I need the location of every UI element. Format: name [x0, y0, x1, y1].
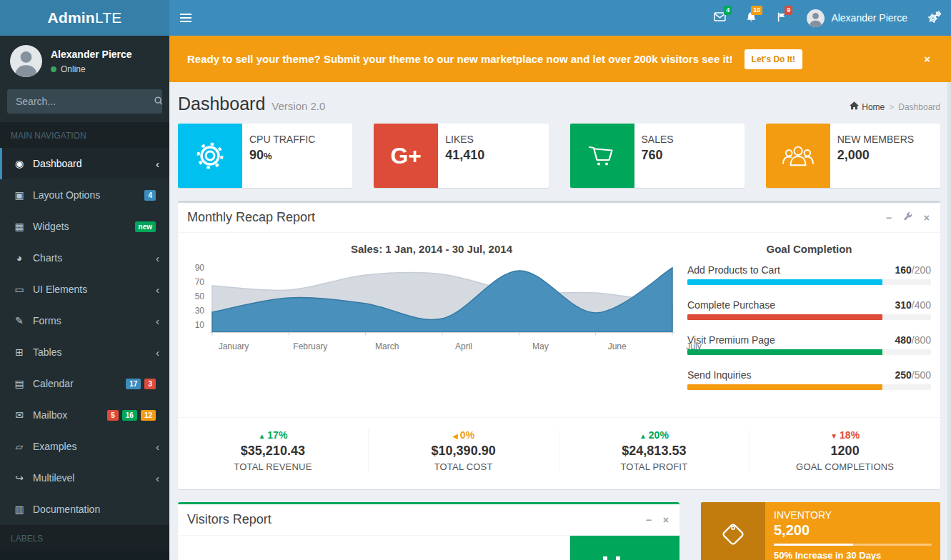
- progress-bar: [687, 384, 882, 390]
- menu-item-badge: 12: [141, 410, 156, 421]
- sidebar-item-mailbox[interactable]: ✉ Mailbox 51612: [0, 399, 169, 431]
- inventory-info-box: INVENTORY 5,200 50% Increase in 30 Days: [701, 502, 940, 560]
- settings-button[interactable]: [900, 211, 916, 224]
- control-sidebar-toggle[interactable]: [917, 0, 951, 36]
- stat-label: TOTAL REVENUE: [178, 461, 368, 472]
- inventory-value: 5,200: [774, 522, 932, 539]
- sidebar-item-layout-options[interactable]: ▣ Layout Options 4: [0, 179, 169, 211]
- progress-bar-track: [687, 314, 931, 320]
- menu-item-label: Multilevel: [33, 472, 74, 484]
- search-icon: [154, 96, 162, 108]
- banner-close-icon[interactable]: ×: [921, 53, 933, 65]
- sidebar-item-calendar[interactable]: ▤ Calendar 173: [0, 368, 169, 399]
- sales-area-chart: [210, 264, 674, 336]
- info-box-value: 2,000: [837, 148, 914, 163]
- notifications-menu[interactable]: 10: [736, 0, 767, 36]
- sidebar-menu: ◉ Dashboard ‹ ▣ Layout Options: [0, 148, 169, 525]
- progress-number: 250/500: [895, 369, 931, 381]
- y-axis-tick-label: 70: [187, 277, 204, 287]
- tasks-menu[interactable]: 9: [767, 0, 797, 36]
- x-axis-labels: JanuaryFebruaryMarchAprilMayJuneJuly: [210, 341, 674, 354]
- visitors-stats-pane: [570, 536, 679, 560]
- messages-badge: 4: [724, 6, 732, 15]
- user-avatar: [807, 9, 825, 27]
- x-axis-tick-label: July: [686, 341, 701, 351]
- close-icon: ×: [924, 212, 930, 224]
- progress-bar: [687, 349, 882, 355]
- visitors-report-box: Visitors Report − ×: [178, 502, 679, 560]
- progress-label: Add Products to Cart: [687, 264, 780, 276]
- info-box-value: 90%: [249, 148, 315, 163]
- close-button[interactable]: ×: [920, 211, 933, 224]
- sales-chart-svg-holder: [210, 264, 674, 338]
- user-menu[interactable]: Alexander Pierce: [797, 0, 917, 36]
- y-axis-tick-label: 50: [187, 291, 204, 301]
- x-axis-tick-label: April: [455, 341, 472, 351]
- chevron-left-icon: ‹: [156, 159, 159, 169]
- inventory-progress-track: [774, 544, 932, 546]
- info-box-label: SALES: [642, 134, 674, 145]
- menu-item-badge: new: [135, 221, 156, 232]
- brand-logo[interactable]: AdminLTE: [0, 0, 169, 36]
- sidebar-item-widgets[interactable]: ▦ Widgets new: [0, 211, 169, 242]
- sidebar-item-examples[interactable]: ▱ Examples ‹: [0, 431, 169, 462]
- charts-icon: ◕: [11, 252, 28, 264]
- sidebar-item-ui-elements[interactable]: ▭ UI Elements ‹: [0, 274, 169, 305]
- layout-options-icon: ▣: [11, 189, 28, 201]
- sales-chart-column: Sales: 1 Jan, 2014 - 30 Jul, 2014 103050…: [189, 240, 684, 417]
- scrollbar[interactable]: [947, 82, 951, 560]
- sales-chart: 1030507090 JanuaryFebruaryMarchAprilMayJ…: [189, 264, 674, 354]
- user-avatar: [10, 45, 42, 77]
- sidebar-toggle-button[interactable]: [169, 0, 202, 36]
- banner-text: Ready to sell your theme? Submit your th…: [187, 53, 733, 65]
- visitors-sparkbar: [603, 536, 646, 560]
- menu-item-badge: 3: [144, 379, 156, 389]
- x-axis-tick-label: March: [375, 341, 399, 351]
- sidebar-item-dashboard[interactable]: ◉ Dashboard ‹: [0, 148, 169, 179]
- box-tools: − ×: [642, 514, 672, 526]
- progress-group: Send Inquiries 250/500: [687, 369, 931, 390]
- marketplace-banner: Ready to sell your theme? Submit your th…: [169, 36, 951, 82]
- stat-block: ▼18% 1200 GOAL COMPLETIONS: [750, 429, 940, 472]
- adminlte-dashboard: AdminLTE 4 10: [0, 0, 951, 560]
- search-input[interactable]: [7, 89, 154, 114]
- progress-group: Complete Purchase 310/400: [687, 299, 931, 320]
- top-navbar: 4 10 9 Alex: [169, 0, 951, 36]
- stat-percentage: ◀0%: [369, 429, 559, 441]
- menu-item-label: Documentation: [33, 504, 100, 515]
- bottom-row: Visitors Report − × INVENTORY: [178, 502, 940, 560]
- sidebar-user-name: Alexander Pierce: [51, 49, 132, 60]
- close-button[interactable]: ×: [659, 514, 672, 526]
- collapse-button[interactable]: −: [882, 211, 895, 224]
- main-header: AdminLTE 4 10: [0, 0, 951, 36]
- progress-bar-track: [687, 349, 931, 355]
- user-name: Alexander Pierce: [831, 12, 907, 24]
- sidebar-item-forms[interactable]: ✎ Forms ‹: [0, 305, 169, 336]
- shopping-cart-icon: [570, 124, 634, 188]
- notifications-badge: 10: [751, 6, 762, 15]
- chevron-left-icon: ‹: [156, 441, 159, 452]
- sidebar-search: [7, 89, 162, 114]
- sidebar-item-tables[interactable]: ⊞ Tables ‹: [0, 336, 169, 368]
- visitors-box-body: [178, 536, 679, 560]
- chevron-left-icon: ‹: [156, 473, 159, 484]
- messages-menu[interactable]: 4: [704, 0, 736, 36]
- user-status[interactable]: Online: [51, 64, 132, 74]
- search-button[interactable]: [154, 89, 162, 114]
- progress-bar: [687, 314, 882, 320]
- content-header: Dashboard Version 2.0 Home > Dashboard: [169, 82, 951, 114]
- menu-item-label: Layout Options: [33, 189, 100, 201]
- progress-bar-track: [687, 279, 931, 285]
- progress-bar: [687, 279, 882, 285]
- menu-item-badge: 16: [122, 410, 137, 421]
- users-icon: [766, 124, 830, 188]
- collapse-button[interactable]: −: [642, 514, 655, 526]
- breadcrumb-home[interactable]: Home: [850, 101, 885, 112]
- menu-item-badges: 4: [144, 190, 156, 201]
- lets-do-it-button[interactable]: Let's Do It!: [745, 49, 803, 69]
- sidebar-item-documentation[interactable]: ▥ Documentation: [0, 494, 169, 525]
- sidebar-item-multilevel[interactable]: ↪ Multilevel ‹: [0, 462, 169, 494]
- sidebar-item-charts[interactable]: ◕ Charts ‹: [0, 242, 169, 274]
- info-box-cpu-traffic: CPU TRAFFIC 90%: [178, 124, 352, 188]
- calendar-icon: ▤: [11, 378, 28, 389]
